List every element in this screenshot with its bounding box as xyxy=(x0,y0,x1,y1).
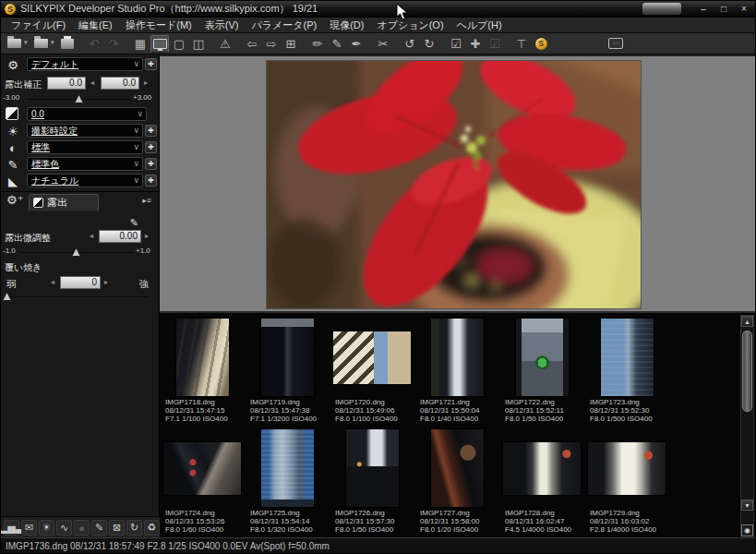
exposure-comp-increment[interactable]: ▸ xyxy=(144,77,148,90)
thumbnail-cell[interactable]: IMGP1726.dng08/12/31 15:57:30F8.0 1/50 I… xyxy=(331,428,416,536)
menu-item-6[interactable]: オプション(O) xyxy=(370,18,450,32)
save-parameters-button[interactable]: ✚ xyxy=(466,35,485,53)
contrast-add-button[interactable]: ✚ xyxy=(145,141,157,153)
rotate-icon[interactable]: ↻ xyxy=(126,520,142,536)
preview-area[interactable] xyxy=(160,54,756,311)
color-dropdown[interactable]: 標準色 xyxy=(27,157,143,171)
menu-item-3[interactable]: 表示(V) xyxy=(198,18,246,32)
brush-tool-button[interactable]: ✒ xyxy=(347,35,366,53)
color-add-button[interactable]: ✚ xyxy=(145,158,157,170)
white-balance-add-button[interactable]: ✚ xyxy=(145,125,157,137)
thumbnail-cell[interactable]: IMGP1724.dng08/12/31 15:53:26F8.0 1/60 I… xyxy=(162,428,246,536)
print-button[interactable] xyxy=(58,35,77,53)
thumbnail-image[interactable] xyxy=(346,429,399,507)
thumbnail-image[interactable] xyxy=(261,429,314,507)
close-button[interactable]: × xyxy=(737,3,751,16)
maximize-button[interactable]: □ xyxy=(716,3,731,16)
thumbnail-cell[interactable]: IMGP1723.dng08/12/31 15:52:30F8.0 1/500 … xyxy=(586,317,671,426)
fine-tune-field[interactable]: 0.00 xyxy=(99,230,141,243)
tool-palette-button[interactable]: ⊤ xyxy=(512,35,531,53)
thumbnail-image[interactable] xyxy=(601,319,654,396)
color-sphere-icon[interactable]: ● xyxy=(74,520,90,536)
exposure-picker-icon[interactable]: ✎ xyxy=(130,217,138,229)
dodge-slider[interactable] xyxy=(5,296,149,297)
white-balance-icon[interactable]: ☀ xyxy=(39,520,54,536)
menu-item-5[interactable]: 現像(D) xyxy=(323,18,370,32)
taste-dropdown[interactable]: デフォルト xyxy=(27,57,143,71)
menu-item-2[interactable]: 操作モード(M) xyxy=(119,18,198,32)
redo-button[interactable]: ↷ xyxy=(104,35,123,53)
thumbnail-cell[interactable]: IMGP1729.dng08/12/31 16:03:02F2.8 1/4000… xyxy=(586,428,671,536)
thumbnail-image[interactable] xyxy=(333,331,411,384)
rotate-left-button[interactable]: ↺ xyxy=(401,35,419,53)
single-view-button[interactable]: ▢ xyxy=(170,35,188,53)
previous-image-button[interactable]: ⇦ xyxy=(243,35,261,53)
thumbnail-cell[interactable]: IMGP1728.dng08/12/31 16:02:47F4.5 1/4000… xyxy=(501,428,586,536)
sharpness-dropdown[interactable]: ナチュラル xyxy=(27,174,143,187)
multi-preview-button[interactable]: ⊞ xyxy=(282,35,300,53)
thumbnail-image[interactable] xyxy=(431,319,484,396)
dual-view-button[interactable]: ◫ xyxy=(189,35,208,53)
crop-tool-button[interactable]: ✂ xyxy=(374,35,392,53)
thumbnail-image[interactable] xyxy=(176,319,229,396)
thumbnail-image[interactable] xyxy=(516,319,569,396)
thumbnail-image[interactable] xyxy=(163,442,241,495)
thumbnail-cell[interactable]: IMGP1719.dng08/12/31 15:47:38F7.1 1/3200… xyxy=(246,317,331,426)
comment-icon[interactable]: ✉ xyxy=(21,520,37,536)
display-settings-button[interactable]: ⋯ xyxy=(606,35,625,53)
copy-parameters-button[interactable]: ☑ xyxy=(486,35,504,53)
exposure-comp-decrement[interactable]: ◂ xyxy=(90,77,94,90)
open-image-button[interactable] xyxy=(5,35,23,53)
thumbnail-image[interactable] xyxy=(503,442,581,495)
dodge-field[interactable]: 0 xyxy=(60,276,101,289)
rotate-right-button[interactable]: ↻ xyxy=(420,35,438,53)
scroll-up-button[interactable]: ▲ xyxy=(741,316,753,327)
minimize-button[interactable]: – xyxy=(696,3,711,16)
menu-item-1[interactable]: 編集(E) xyxy=(72,18,119,32)
silkypix-badge[interactable]: S xyxy=(532,35,550,53)
tab-exposure[interactable]: 露出 xyxy=(29,194,99,211)
next-image-button[interactable]: ⇨ xyxy=(262,35,281,53)
subpanel-menu-icon[interactable]: ▸≡ xyxy=(142,196,151,205)
dodge-decrement[interactable]: ◂ xyxy=(51,276,54,289)
sharpness-icon[interactable]: ✎ xyxy=(91,520,107,536)
exposure-comp-field-2[interactable]: 0.0 xyxy=(101,77,139,90)
title-bar[interactable]: S SILKYPIX Developer Studio Pro（http://w… xyxy=(1,1,755,18)
contrast-dropdown[interactable]: 標準 xyxy=(27,140,143,154)
sharpness-add-button[interactable]: ✚ xyxy=(145,175,157,187)
histogram-icon[interactable]: ▂▅▃ xyxy=(4,520,19,536)
resize-icon[interactable]: ⊠ xyxy=(109,520,125,536)
thumbnail-image[interactable] xyxy=(261,319,314,396)
fine-tune-increment[interactable]: ▸ xyxy=(145,230,149,243)
exposure-dropdown[interactable]: 0.0 xyxy=(27,107,147,121)
warning-display-button[interactable]: ⚠ xyxy=(216,35,234,53)
refresh-icon[interactable]: ♻ xyxy=(144,520,160,536)
menu-item-7[interactable]: ヘルプ(H) xyxy=(450,18,509,32)
thumbnail-cell[interactable]: IMGP1727.dng08/12/31 15:58:00F8.0 1/20 I… xyxy=(416,428,501,536)
fine-tune-decrement[interactable]: ◂ xyxy=(90,230,93,243)
exposure-comp-field-1[interactable]: 0.0 xyxy=(47,77,86,90)
thumbnail-image[interactable] xyxy=(588,442,666,495)
spot-tool-button[interactable]: ✎ xyxy=(328,35,346,53)
dodge-increment[interactable]: ▸ xyxy=(104,276,108,289)
thumbnail-cell[interactable]: IMGP1721.dng08/12/31 15:50:04F8.0 1/40 I… xyxy=(416,317,501,426)
white-balance-tool-button[interactable]: ✏ xyxy=(308,35,327,53)
thumbnail-image[interactable] xyxy=(431,429,484,507)
preview-mode-button[interactable] xyxy=(150,35,169,53)
menu-item-4[interactable]: パラメータ(P) xyxy=(245,18,323,32)
tone-curve-icon[interactable]: ∿ xyxy=(56,520,72,536)
parameters-gears-icon[interactable]: ⚙⁺ xyxy=(6,193,24,207)
thumbnail-cell[interactable]: IMGP1720.dng08/12/31 15:49:06F8.0 1/100 … xyxy=(331,317,416,426)
menu-item-0[interactable]: ファイル(F) xyxy=(5,18,72,32)
white-balance-dropdown[interactable]: 撮影時設定 xyxy=(27,124,143,138)
undo-button[interactable]: ↶ xyxy=(85,35,103,53)
scrollbar-thumb[interactable] xyxy=(742,331,752,412)
scroll-down-button[interactable]: ▼ xyxy=(741,500,753,511)
mark-select-button[interactable]: ☑ xyxy=(447,35,465,53)
thumbnail-cell[interactable]: IMGP1725.dng08/12/31 15:54:14F8.0 1/320 … xyxy=(246,428,331,536)
taste-add-button[interactable]: ✚ xyxy=(145,58,157,70)
thumbnail-mode-button[interactable]: ▦ xyxy=(131,35,150,53)
thumbnail-options-button[interactable]: ◉ xyxy=(741,524,753,536)
thumbnail-cell[interactable]: IMGP1718.dng08/12/31 15:47:15F7.1 1/100 … xyxy=(162,317,246,426)
open-folder-button[interactable] xyxy=(31,35,50,53)
